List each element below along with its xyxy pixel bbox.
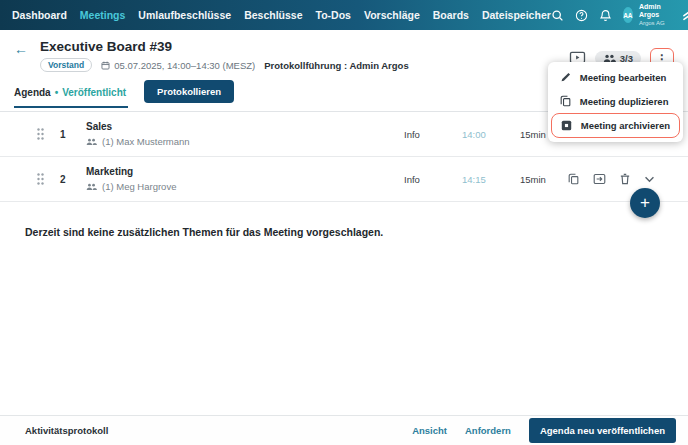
nav-item-dashboard[interactable]: Dashboard — [12, 9, 67, 21]
group-icon — [86, 137, 97, 146]
menu-item-meeting-archivieren[interactable]: Meeting archivieren — [551, 113, 680, 138]
menu-item-meeting-bearbeiten[interactable]: Meeting bearbeiten — [551, 66, 680, 89]
board-badge[interactable]: Vorstand — [40, 58, 92, 72]
user-meta[interactable]: Admin Argos Argos AG — [639, 3, 667, 28]
activity-log-link[interactable]: Aktivitätsprotokoll — [25, 425, 108, 436]
agenda-item-type: Info — [404, 129, 462, 140]
agenda-item-title[interactable]: Marketing — [86, 166, 404, 177]
pencil-icon — [560, 72, 571, 83]
add-topic-button[interactable]: + — [630, 188, 660, 218]
copy-icon — [560, 95, 571, 107]
menu-item-label: Meeting duplizieren — [580, 96, 669, 107]
meeting-meta: Vorstand 05.07.2025, 14:00–14:30 (MESZ) … — [40, 58, 409, 72]
user-name: Admin Argos — [639, 3, 667, 21]
group-icon — [86, 182, 97, 191]
nav-item-dateispeicher[interactable]: Dateispeicher — [482, 9, 551, 21]
protocol-lead: Protokollführung : Admin Argos — [264, 60, 408, 71]
move-to-icon[interactable] — [593, 173, 606, 185]
back-button[interactable]: ← — [14, 41, 28, 72]
empty-suggestions-message: Derzeit sind keine zusätzlichen Themen f… — [25, 226, 663, 238]
agenda-item-number: 2 — [60, 174, 86, 185]
avatar[interactable]: AA — [623, 7, 633, 23]
nav-item-vorschlaege[interactable]: Vorschläge — [364, 9, 420, 21]
anfordern-link[interactable]: Anfordern — [465, 425, 511, 436]
meeting-datetime: 05.07.2025, 14:00–14:30 (MESZ) — [101, 60, 255, 71]
agenda-item-duration: 15min — [520, 174, 568, 185]
bell-icon[interactable] — [599, 9, 612, 22]
meeting-datetime-text: 05.07.2025, 14:00–14:30 (MESZ) — [114, 60, 255, 71]
chevron-down-icon[interactable] — [644, 176, 655, 183]
nav-item-umlaufbeschluesse[interactable]: Umlaufbeschlüsse — [138, 9, 231, 21]
main-nav: Dashboard Meetings Umlaufbeschlüsse Besc… — [12, 9, 551, 21]
help-icon[interactable] — [575, 9, 588, 22]
menu-item-label: Meeting bearbeiten — [580, 72, 667, 83]
ansicht-link[interactable]: Ansicht — [412, 425, 447, 436]
agenda-item-time: 14:15 — [462, 174, 520, 185]
agenda-row-2: 2 Marketing (1) Meg Hargrove Info 14:15 … — [0, 157, 688, 202]
page-title: Executive Board #39 — [40, 39, 409, 54]
search-icon[interactable] — [551, 9, 564, 22]
protocol-label: Protokollführung : — [264, 60, 347, 71]
tab-status-dot: • — [55, 87, 59, 98]
calendar-icon — [101, 61, 110, 70]
nav-item-meetings[interactable]: Meetings — [80, 9, 126, 21]
brand: Apollo.ai — [682, 9, 688, 22]
drag-handle-icon[interactable] — [36, 127, 48, 141]
tab-status-published: Veröffentlicht — [62, 87, 126, 98]
nav-item-beschluesse[interactable]: Beschlüsse — [244, 9, 302, 21]
agenda-item-time: 14:00 — [462, 129, 520, 140]
menu-item-meeting-duplizieren[interactable]: Meeting duplizieren — [551, 89, 680, 113]
apollo-logo-icon — [682, 9, 688, 22]
nav-right: AA Admin Argos Argos AG Apollo.ai — [551, 3, 688, 28]
agenda-item-title[interactable]: Sales — [86, 121, 404, 132]
republish-agenda-button[interactable]: Agenda neu veröffentlichen — [529, 418, 676, 443]
menu-item-label: Meeting archivieren — [581, 120, 670, 131]
delete-icon[interactable] — [620, 173, 630, 185]
agenda-item-type: Info — [404, 174, 462, 185]
nav-item-boards[interactable]: Boards — [433, 9, 469, 21]
top-nav: Dashboard Meetings Umlaufbeschlüsse Besc… — [0, 0, 688, 30]
tab-agenda-label: Agenda — [14, 87, 51, 98]
tab-agenda[interactable]: Agenda • Veröffentlicht — [14, 83, 128, 108]
drag-handle-icon[interactable] — [36, 172, 48, 186]
meeting-options-menu: Meeting bearbeiten Meeting duplizieren M… — [548, 62, 683, 142]
protokollieren-button[interactable]: Protokollieren — [144, 80, 234, 103]
user-org: Argos AG — [639, 20, 667, 28]
agenda-item-people: (1) Max Mustermann — [102, 136, 190, 147]
agenda-item-people: (1) Meg Hargrove — [102, 181, 176, 192]
nav-item-todos[interactable]: To-Dos — [316, 9, 351, 21]
copy-icon[interactable] — [568, 173, 579, 185]
footer-bar: Aktivitätsprotokoll Ansicht Anfordern Ag… — [0, 415, 688, 445]
protocol-value: Admin Argos — [349, 60, 408, 71]
agenda-item-number: 1 — [60, 129, 86, 140]
archive-icon — [561, 120, 572, 131]
